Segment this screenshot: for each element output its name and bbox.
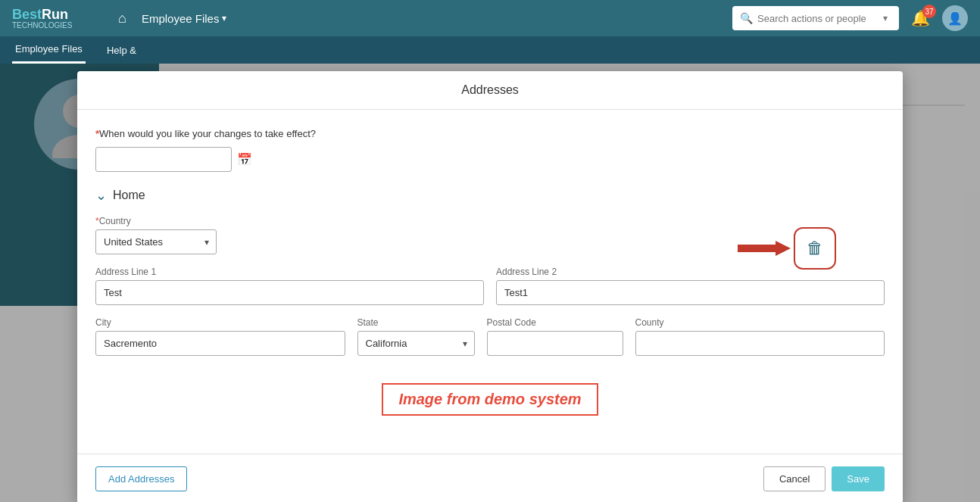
postal-group: Postal Code [487,317,623,356]
country-label: *Country [95,216,232,226]
country-select[interactable]: United States Canada Mexico [95,229,217,254]
arrow-right-icon [738,237,791,260]
postal-input[interactable] [487,331,623,356]
addr-line1-group: Address Line 1 Test [95,267,484,305]
modal-title: Addresses [77,71,903,110]
search-input[interactable] [757,13,879,24]
country-select-wrapper: United States Canada Mexico ▾ [95,229,217,254]
logo: BestRun TECHNOLOGIES [12,8,103,30]
address-lines-row: Address Line 1 Test Address Line 2 Test1 [95,267,885,305]
addr-line2-input[interactable]: Test1 [496,280,885,305]
city-input[interactable]: Sacremento [95,331,345,356]
nav-employee-files[interactable]: Employee Files [12,36,86,64]
addr-line1-input[interactable]: Test [95,280,484,305]
modal-footer: Add Addresses Cancel Save [77,454,903,502]
section-title: Home [113,189,145,202]
nav-chevron-icon: ▾ [222,13,226,23]
city-state-row: City Sacremento State California New Yor… [95,317,885,356]
page-background: PERSONAL IN Untitled National ID I Addre… [0,64,980,502]
delete-arrow-area: 🗑 [738,227,836,270]
county-group: County [635,317,885,356]
addr-line1-label: Address Line 1 [95,267,484,277]
avatar[interactable]: 👤 [942,5,968,31]
effect-date-field[interactable]: 29 May 2018 📅 [95,147,232,172]
addr-line2-group: Address Line 2 Test1 [496,267,885,305]
county-input[interactable] [635,331,885,356]
save-button[interactable]: Save [832,466,885,491]
calendar-icon[interactable]: 📅 [237,152,252,167]
search-dropdown-button[interactable]: ▾ [883,13,888,23]
demo-watermark-area: Image from demo system [95,371,885,428]
nav-title-text: Employee Files [142,12,220,25]
delete-address-button[interactable]: 🗑 [794,227,836,270]
logo-text: BestRun [12,8,68,21]
state-label: State [357,317,475,328]
country-group: *Country United States Canada Mexico ▾ [95,216,232,254]
city-group: City Sacremento [95,317,345,356]
notifications-button[interactable]: 🔔 37 [908,6,933,30]
postal-label: Postal Code [487,317,623,328]
city-label: City [95,317,345,328]
section-collapse-icon[interactable]: ⌄ [95,187,107,204]
addresses-modal: Addresses *When would you like your chan… [77,71,903,502]
state-select[interactable]: California New York Texas Florida [357,331,475,356]
effect-date-label: *When would you like your changes to tak… [95,128,885,139]
search-bar: 🔍 ▾ [732,6,899,30]
nav-title[interactable]: Employee Files ▾ [142,12,227,25]
county-label: County [635,317,885,328]
nav-help[interactable]: Help & [104,36,139,64]
state-select-wrapper: California New York Texas Florida ▾ [357,331,475,356]
modal-overlay: Addresses *When would you like your chan… [0,64,980,502]
cancel-button[interactable]: Cancel [763,466,826,491]
modal-body: *When would you like your changes to tak… [77,110,903,454]
demo-watermark-text: Image from demo system [382,383,598,416]
logo-sub: TECHNOLOGIES [12,21,72,30]
footer-right-buttons: Cancel Save [763,466,885,491]
top-nav: BestRun TECHNOLOGIES ⌂ Employee Files ▾ … [0,0,980,36]
add-addresses-button[interactable]: Add Addresses [95,466,187,491]
second-nav: Employee Files Help & [0,36,980,64]
home-button[interactable]: ⌂ [112,8,133,30]
search-icon: 🔍 [740,12,753,24]
state-group: State California New York Texas Florida … [357,317,475,356]
effect-date-input[interactable]: 29 May 2018 [104,154,231,165]
svg-marker-2 [738,241,791,256]
home-section-header: ⌄ Home [95,187,885,204]
notification-badge: 37 [922,5,936,18]
